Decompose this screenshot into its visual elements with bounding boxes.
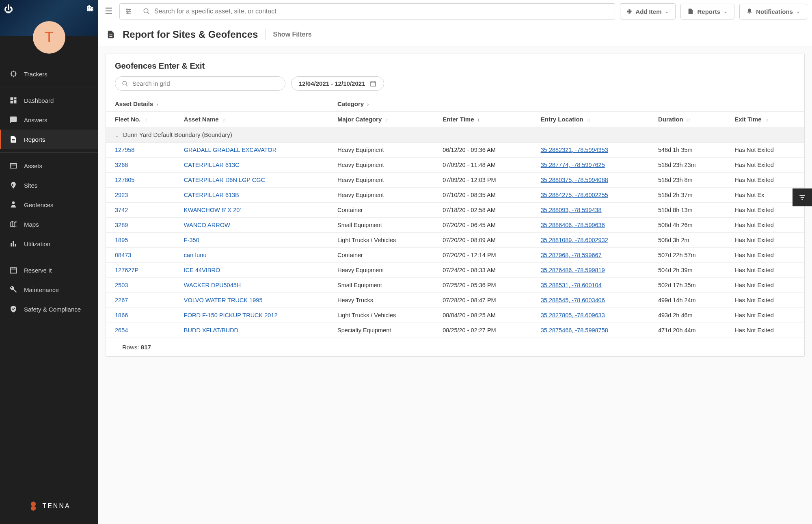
asset-name-link[interactable]: KWANCHOW 8' X 20' [184,207,241,213]
asset-name-link[interactable]: ICE 44VIBRO [184,267,220,273]
avatar[interactable]: T [33,21,65,54]
hamburger-icon[interactable]: ☰ [103,4,114,18]
location-link[interactable]: 35.288093, -78.599438 [541,207,602,213]
col-enter-time[interactable]: Enter Time↑ [434,112,531,127]
asset-name-link[interactable]: WACKER DPU5045H [184,282,241,288]
chevron-down-icon: ⌄ [665,9,669,14]
location-link[interactable]: 35.2875466, -78.5998758 [541,327,608,333]
nav-trackers[interactable]: Trackers [0,64,98,84]
fleet-link[interactable]: 2923 [115,192,128,198]
asset-name-link[interactable]: GRADALL GRADALL EXCAVATOR [184,147,276,153]
nav-maintenance[interactable]: Maintenance [0,280,98,299]
asset-name-link[interactable]: CATERPILLAR D6N LGP CGC [184,177,265,183]
fleet-link[interactable]: 2654 [115,327,128,333]
search-filter-button[interactable] [119,3,137,19]
cell-exit-time: Has Not Exited [726,158,804,173]
col-entry-location[interactable]: Entry Location↓↑ [532,112,649,127]
fleet-link[interactable]: 08473 [115,252,131,258]
nav-dashboard[interactable]: Dashboard [0,91,98,110]
brand-text: TENNA [42,502,70,510]
nav-sites[interactable]: Sites [0,175,98,195]
group-label-text: Dunn Yard Default Boundary (Boundary) [123,131,232,138]
grid-search-input[interactable] [132,80,279,87]
power-icon[interactable]: ⏻ [4,4,13,15]
global-search[interactable] [137,3,615,19]
reports-button[interactable]: Reports ⌄ [680,4,734,19]
building-icon[interactable] [86,4,94,12]
location-link[interactable]: 35.288545, -78.6003406 [541,297,605,303]
asset-name-link[interactable]: can funu [184,252,207,258]
location-link[interactable]: 35.2880375, -78.5994088 [541,177,608,183]
show-filters-button[interactable]: Show Filters [273,31,311,38]
notifications-button[interactable]: Notifications ⌄ [739,4,807,19]
fleet-link[interactable]: 2267 [115,297,128,303]
nav-reserveit[interactable]: Reserve It [0,260,98,280]
fleet-link[interactable]: 1866 [115,312,128,318]
fleet-link[interactable]: 127958 [115,147,134,153]
cell-duration: 502d 17h 35m [649,278,726,293]
location-link[interactable]: 35.2881089, -78.6002932 [541,237,608,243]
col-major-category[interactable]: Major Category↓↑ [328,112,434,127]
sidebar-header: ⏻ T [0,0,98,36]
cell-category: Light Trucks / Vehicles [328,308,434,323]
asset-name-link[interactable]: CATERPILLAR 613B [184,192,239,198]
nav-label: Utilization [24,240,50,247]
chevron-down-icon: ⌄ [115,132,119,138]
svg-point-23 [129,11,130,12]
col-asset-name[interactable]: Asset Name↓↑ [175,112,328,127]
svg-rect-12 [11,243,12,246]
cell-duration: 504d 2h 39m [649,263,726,278]
location-link[interactable]: 35.2882321, -78.5994353 [541,147,608,153]
nav-reports[interactable]: Reports [0,130,98,149]
add-item-button[interactable]: ⊕ Add Item ⌄ [620,3,676,19]
table-row: 127958GRADALL GRADALL EXCAVATORHeavy Equ… [106,143,804,158]
fleet-link[interactable]: 3289 [115,222,128,228]
header-asset-details[interactable]: Asset Details› [106,96,328,112]
nav-geofences[interactable]: Geofences [0,195,98,214]
location-link[interactable]: 35.287774, -78.5997625 [541,162,605,168]
nav-utilization[interactable]: Utilization [0,234,98,253]
fleet-link[interactable]: 2503 [115,282,128,288]
col-exit-time[interactable]: Exit Time↓↑ [726,112,804,127]
location-link[interactable]: 35.2884275, -78.6002255 [541,192,608,198]
asset-name-link[interactable]: CATERPILLAR 613C [184,162,240,168]
cell-duration: 493d 2h 46m [649,308,726,323]
location-link[interactable]: 35.287968, -78.599667 [541,252,602,258]
location-link[interactable]: 35.2876486, -78.599819 [541,267,605,273]
header-category[interactable]: Category› [328,96,434,112]
svg-rect-15 [11,268,17,273]
fleet-link[interactable]: 3742 [115,207,128,213]
content: Geofences Enter & Exit 12/04/2021 - 12/1… [98,46,812,524]
fleet-link[interactable]: 127805 [115,177,134,183]
svg-rect-5 [11,97,13,100]
asset-name-link[interactable]: BUDD XFLAT/BUDD [184,327,238,333]
cell-exit-time: Has Not Exited [726,248,804,263]
asset-name-link[interactable]: FORD F-150 PICKUP TRUCK 2012 [184,312,278,318]
cell-enter-time: 07/20/20 - 06:45 AM [434,218,531,233]
asset-name-link[interactable]: VOLVO WATER TRUCK 1995 [184,297,263,303]
cell-enter-time: 07/20/20 - 08:09 AM [434,233,531,248]
date-range-picker[interactable]: 12/04/2021 - 12/10/2021 [291,76,384,91]
fleet-link[interactable]: 3268 [115,162,128,168]
global-search-input[interactable] [154,8,609,15]
col-duration[interactable]: Duration↓↑ [649,112,726,127]
cell-exit-time: Has Not Exited [726,263,804,278]
location-link[interactable]: 35.288531, -78.600104 [541,282,602,288]
grid-search[interactable] [115,76,285,91]
nav-safety[interactable]: Safety & Compliance [0,299,98,319]
nav-assets[interactable]: Assets [0,156,98,175]
nav-maps[interactable]: Maps [0,214,98,234]
fleet-link[interactable]: 127627P [115,267,138,273]
answers-icon [9,116,18,124]
col-fleet-no[interactable]: Fleet No.↓↑ [106,112,175,127]
cell-duration: 508d 3h 2m [649,233,726,248]
fleet-link[interactable]: 1895 [115,237,128,243]
location-link[interactable]: 35.2827805, -78.609633 [541,312,605,318]
floating-filter-button[interactable] [793,188,812,206]
asset-name-link[interactable]: WANCO ARROW [184,222,230,228]
location-link[interactable]: 35.2886406, -78.599636 [541,222,605,228]
group-row[interactable]: ⌄Dunn Yard Default Boundary (Boundary) [106,127,804,143]
asset-name-link[interactable]: F-350 [184,237,199,243]
page-title: Report for Sites & Geofences [123,29,258,40]
nav-answers[interactable]: Answers [0,110,98,130]
